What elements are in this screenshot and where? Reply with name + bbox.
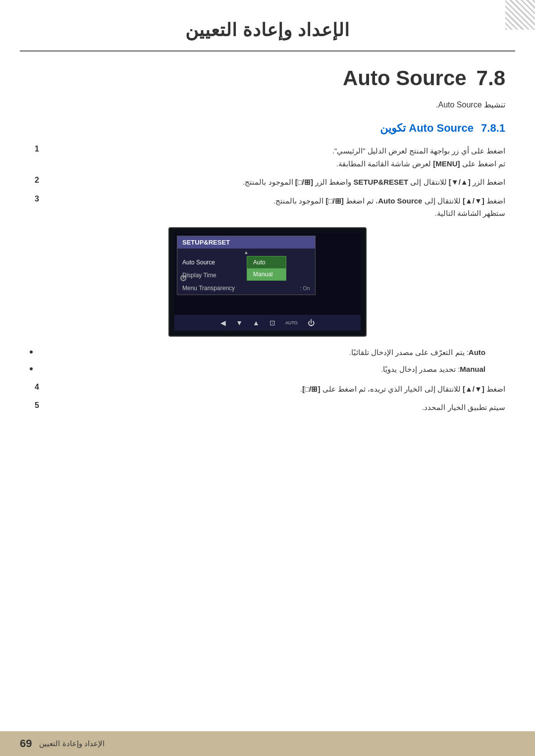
step-4-number: 4	[35, 383, 50, 392]
ctrl-enter: ⊡	[269, 319, 275, 327]
menu-item-menu-transparency: Menu Transparency : On	[177, 282, 315, 295]
bullet-auto: Auto: يتم التعرّف على مصدر الإدخال تلقائ…	[30, 347, 485, 358]
gear-icon: ⚙	[179, 273, 187, 284]
display-time-label: Display Time	[182, 272, 310, 279]
main-content: Auto Source 7.8 تنشيط Auto Source. تكوين…	[0, 51, 535, 459]
menu-overlay: SETUP&RESET ▲ Auto Source Auto Manual	[177, 236, 316, 295]
section-number: 7.8	[477, 66, 505, 90]
step-2: 2 اضغط الزر [▲/▼] للانتقال إلى SETUP&RES…	[30, 176, 505, 189]
activation-text: تنشيط Auto Source.	[30, 100, 505, 109]
step-5: 5 سيتم تطبيق الخيار المحدد.	[30, 401, 505, 414]
ctrl-down: ▼	[236, 319, 243, 327]
subsection-title: تكوين Auto Source 7.8.1	[30, 122, 505, 135]
bullet-manual-text: Manual: تحديد مصدر إدخال يدويًا.	[37, 363, 485, 375]
page-header: الإعداد وإعادة التعيين	[20, 0, 515, 51]
section-name: Auto Source	[343, 66, 467, 90]
step-2-text: اضغط الزر [▲/▼] للانتقال إلى SETUP&RESET…	[50, 176, 505, 189]
dropdown-auto: Auto	[247, 256, 286, 268]
menu-header: SETUP&RESET	[177, 236, 315, 249]
step-1: 1 اضغط على أي زر بواجهة المنتج لعرض الدل…	[30, 145, 505, 170]
menu-item-name: Auto Source	[182, 259, 310, 266]
ctrl-auto: AUTO	[285, 320, 298, 325]
corner-decoration	[505, 0, 535, 30]
subsection-number: 7.8.1	[481, 122, 505, 135]
menu-transparency-label: Menu Transparency	[182, 285, 296, 292]
monitor-screen: SETUP&RESET ▲ Auto Source Auto Manual	[174, 233, 361, 331]
bullet-dot-manual	[30, 367, 33, 370]
footer-text: الإعداد وإعادة التعيين	[39, 739, 104, 748]
step-4-text: اضغط [▼/▲] للانتقال إلى الخيار الذي تريد…	[50, 383, 505, 396]
page-footer: الإعداد وإعادة التعيين 69	[0, 731, 535, 756]
step-1-text: اضغط على أي زر بواجهة المنتج لعرض الدليل…	[50, 145, 505, 170]
menu-item-auto-source: Auto Source Auto Manual	[177, 256, 315, 269]
ctrl-up: ▲	[253, 319, 260, 327]
monitor-mockup: SETUP&RESET ▲ Auto Source Auto Manual	[168, 227, 367, 337]
bullet-manual: Manual: تحديد مصدر إدخال يدويًا.	[30, 363, 485, 375]
ctrl-power: ⏻	[308, 319, 315, 327]
step-1-number: 1	[35, 145, 50, 153]
menu-item-display-time: Display Time	[177, 269, 315, 282]
step-3-text: اضغط [▼/▲] للانتقال إلى Auto Source، ثم …	[50, 195, 505, 220]
dropdown-manual: Manual	[247, 268, 286, 280]
ctrl-back: ◀	[220, 319, 226, 327]
page-title: الإعداد وإعادة التعيين	[50, 20, 485, 41]
footer-page-number: 69	[20, 737, 32, 750]
step-5-number: 5	[35, 401, 50, 410]
step-2-number: 2	[35, 176, 50, 185]
step-5-text: سيتم تطبيق الخيار المحدد.	[50, 401, 505, 414]
bullet-dot-auto	[30, 351, 33, 353]
section-title: Auto Source 7.8	[30, 66, 505, 90]
bullet-auto-text: Auto: يتم التعرّف على مصدر الإدخال تلقائ…	[37, 347, 485, 358]
bullet-list: Auto: يتم التعرّف على مصدر الإدخال تلقائ…	[30, 347, 505, 375]
control-bar: ◀ ▼ ▲ ⊡ AUTO ⏻	[174, 315, 361, 331]
step-3: 3 اضغط [▼/▲] للانتقال إلى Auto Source، ث…	[30, 195, 505, 220]
step-3-number: 3	[35, 195, 50, 203]
subsection-name: تكوين Auto Source	[380, 122, 474, 135]
dropdown-popup: Auto Manual	[247, 256, 286, 281]
step-4: 4 اضغط [▼/▲] للانتقال إلى الخيار الذي تر…	[30, 383, 505, 396]
menu-transparency-value: : On	[300, 285, 310, 291]
